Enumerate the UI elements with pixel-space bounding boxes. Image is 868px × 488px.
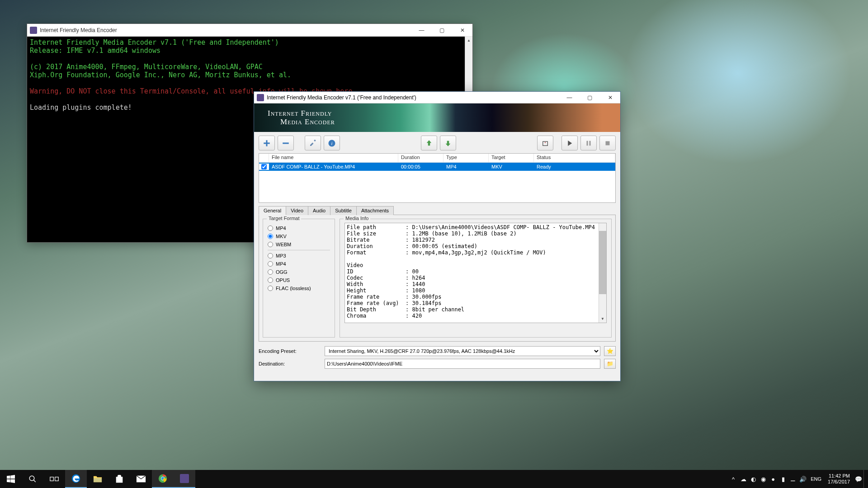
folder-icon: 📁 (607, 361, 613, 367)
media-info-scrollbar[interactable]: ▲ ▼ (599, 223, 606, 323)
chrome-icon (158, 474, 167, 483)
radio-ogg[interactable] (268, 269, 273, 275)
tray-notifications[interactable]: 💬 (854, 470, 863, 488)
task-view-button[interactable] (43, 470, 65, 488)
target-format-group: Target Format MP4 MKV WEBM MP3 MP4 OGG O… (263, 219, 335, 338)
tab-general[interactable]: General (259, 206, 286, 215)
tab-attachments[interactable]: Attachments (356, 206, 394, 215)
console-titlebar[interactable]: Internet Friendly Media Encoder — ▢ ✕ (27, 24, 472, 37)
file-table: File name Duration Type Target Status AS… (259, 153, 616, 203)
svg-rect-7 (587, 141, 588, 145)
toolbar: i (259, 136, 616, 150)
start-button[interactable] (561, 136, 578, 150)
table-row[interactable]: ASDF COMP- BALLZ - YouTube.MP4 00:00:05 … (259, 163, 615, 171)
app-titlebar[interactable]: Internet Friendly Media Encoder v7.1 ('F… (254, 92, 620, 103)
radio-mp4[interactable] (268, 225, 273, 231)
close-button[interactable]: ✕ (600, 92, 620, 103)
radio-flac[interactable] (268, 286, 273, 291)
tray-network[interactable]: ⚊ (788, 470, 798, 488)
radio-mp3[interactable] (268, 253, 273, 258)
chevron-up-icon: ^ (732, 476, 735, 483)
svg-text:i: i (331, 141, 333, 145)
taskbar-app-ifme[interactable] (174, 470, 195, 488)
move-down-button[interactable] (440, 136, 456, 150)
minimize-button[interactable]: — (559, 92, 580, 103)
tray-app[interactable]: ● (768, 470, 778, 488)
close-button[interactable]: ✕ (452, 24, 472, 36)
tray-onedrive[interactable]: ☁ (738, 470, 748, 488)
svg-rect-1 (264, 142, 270, 144)
add-file-button[interactable] (259, 136, 275, 150)
radio-mkv[interactable] (268, 234, 273, 239)
taskbar-app-chrome[interactable] (152, 470, 174, 488)
cell-status: Ready (534, 164, 615, 170)
ifme-icon (180, 474, 189, 483)
svg-rect-9 (606, 141, 610, 145)
radio-webm[interactable] (268, 242, 273, 247)
tabs: General Video Audio Subtitle Attachments (259, 206, 616, 215)
scroll-up-icon[interactable]: ▲ (465, 37, 472, 44)
tray-gpu[interactable]: ◐ (748, 470, 758, 488)
tray-clock[interactable]: 11:42 PM 17/6/2017 (824, 473, 854, 485)
pause-icon (585, 139, 593, 147)
info-button[interactable]: i (324, 136, 340, 150)
preset-select[interactable]: Internet Sharing, MKV, H.265@CRF 27.0 72… (325, 346, 600, 356)
pause-button[interactable] (580, 136, 597, 150)
console-line: Release: IFME v7.1 amd64 windows (30, 47, 470, 55)
col-header-type[interactable]: Type (443, 154, 489, 162)
scrollbar-thumb[interactable] (599, 231, 606, 294)
remove-file-button[interactable] (278, 136, 294, 150)
sync-icon: ◉ (761, 476, 766, 483)
col-header-status[interactable]: Status (534, 154, 615, 162)
tray-battery[interactable]: ▮ (778, 470, 788, 488)
tab-subtitle[interactable]: Subtitle (330, 206, 357, 215)
banner-line2: Media Encoder (280, 118, 335, 127)
svg-rect-13 (55, 477, 59, 481)
col-header-name[interactable]: File name (269, 154, 398, 162)
info-icon: i (328, 139, 336, 147)
console-line: Xiph.Org Foundation, Google Inc., Nero A… (30, 71, 470, 79)
radio-opus[interactable] (268, 277, 273, 283)
taskbar-app-explorer[interactable] (87, 470, 108, 488)
svg-rect-8 (590, 141, 591, 145)
scroll-down-icon[interactable]: ▼ (599, 315, 606, 323)
taskbar-app-store[interactable] (108, 470, 130, 488)
radio-label: MP4 (276, 225, 286, 231)
media-info-legend: Media Info (344, 216, 370, 221)
minimize-button[interactable]: — (411, 24, 432, 36)
battery-icon: ▮ (782, 476, 785, 483)
media-info-text[interactable]: File path : D:\Users\Anime4000\Videos\AS… (344, 223, 607, 323)
taskview-icon (50, 475, 59, 483)
tray-overflow-button[interactable]: ^ (728, 470, 738, 488)
tab-audio[interactable]: Audio (308, 206, 330, 215)
svg-rect-15 (116, 477, 122, 483)
gpu-icon: ◐ (751, 476, 756, 483)
move-up-button[interactable] (421, 136, 437, 150)
banner-line1: Internet Friendly (268, 109, 335, 118)
tab-video[interactable]: Video (286, 206, 308, 215)
settings-button[interactable] (305, 136, 321, 150)
radio-label: OGG (276, 269, 288, 275)
browse-destination-button[interactable]: 📁 (604, 359, 616, 369)
row-checkbox[interactable] (261, 164, 267, 169)
search-button[interactable] (22, 470, 43, 488)
cell-type: MP4 (443, 164, 489, 170)
maximize-button[interactable]: ▢ (432, 24, 452, 36)
radio-mp4a[interactable] (268, 261, 273, 267)
tray-volume[interactable]: 🔊 (798, 470, 808, 488)
stop-button[interactable] (599, 136, 616, 150)
preset-favorite-button[interactable]: ⭐ (604, 346, 616, 356)
taskbar-app-mail[interactable] (130, 470, 152, 488)
donate-button[interactable] (537, 136, 553, 150)
show-desktop-button[interactable] (863, 470, 866, 488)
radio-label: WEBM (276, 242, 291, 247)
destination-input[interactable] (325, 359, 600, 369)
tray-language[interactable]: ENG (808, 470, 824, 488)
taskbar-app-edge[interactable] (65, 470, 87, 488)
cloud-icon: ☁ (741, 476, 746, 483)
maximize-button[interactable]: ▢ (580, 92, 600, 103)
col-header-duration[interactable]: Duration (398, 154, 443, 162)
start-button[interactable] (0, 470, 22, 488)
col-header-target[interactable]: Target (489, 154, 534, 162)
tray-sync[interactable]: ◉ (758, 470, 768, 488)
